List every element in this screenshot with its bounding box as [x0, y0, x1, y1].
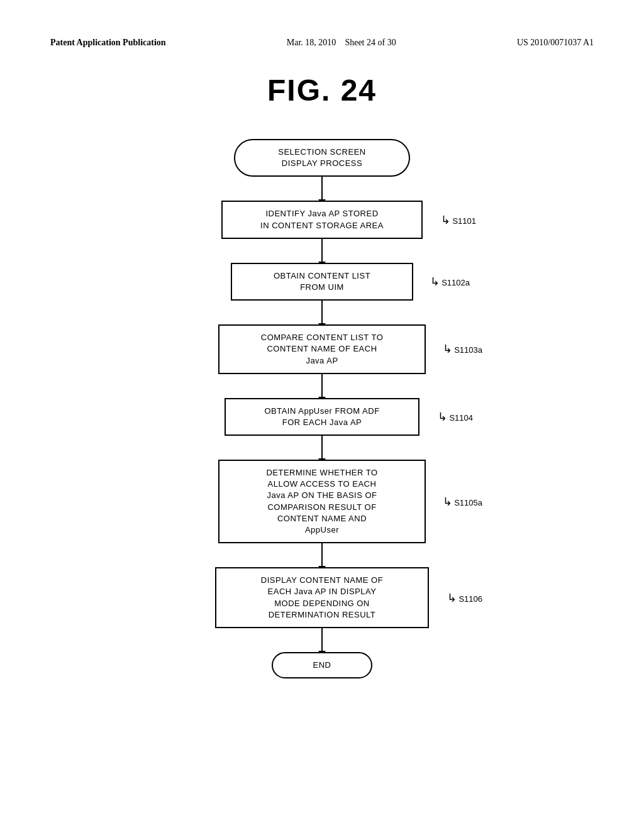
- flowchart: SELECTION SCREENDISPLAY PROCESS IDENTIFY…: [50, 139, 594, 678]
- flowchart-node-s1104: OBTAIN AppUser FROM ADFFOR EACH Java AP: [225, 398, 419, 436]
- step-label-s1106: ↳ S1106: [447, 591, 482, 605]
- arrow-6: [321, 543, 323, 567]
- page: Patent Application Publication Mar. 18, …: [0, 0, 644, 830]
- header-sheet: Sheet 24 of 30: [345, 38, 396, 47]
- node-row-s1106: DISPLAY CONTENT NAME OFEACH Java AP IN D…: [50, 567, 594, 628]
- flowchart-node-end: END: [272, 652, 372, 678]
- flowchart-node-s1105a: DETERMINE WHETHER TOALLOW ACCESS TO EACH…: [218, 460, 426, 543]
- node-row-s1102a: OBTAIN CONTENT LISTFROM UIM ↳ S1102a: [50, 263, 594, 301]
- node-content-s1104: OBTAIN AppUser FROM ADFFOR EACH Java AP …: [225, 398, 419, 436]
- step-label-s1104: ↳ S1104: [438, 410, 473, 424]
- step-label-s1101: ↳ S1101: [441, 213, 476, 227]
- node-content-s1105a: DETERMINE WHETHER TOALLOW ACCESS TO EACH…: [218, 460, 426, 543]
- arrow-1: [321, 177, 323, 201]
- flowchart-node-s1103a: COMPARE CONTENT LIST TOCONTENT NAME OF E…: [218, 324, 426, 374]
- flowchart-node-s1101: IDENTIFY Java AP STOREDIN CONTENT STORAG…: [221, 201, 423, 238]
- node-content-end: END: [272, 652, 372, 678]
- node-row-s1103a: COMPARE CONTENT LIST TOCONTENT NAME OF E…: [50, 324, 594, 374]
- figure-title: FIG. 24: [50, 73, 594, 108]
- node-row-start: SELECTION SCREENDISPLAY PROCESS: [50, 139, 594, 177]
- node-row-end: END: [50, 652, 594, 678]
- header-publication-label: Patent Application Publication: [50, 38, 166, 48]
- node-row-s1104: OBTAIN AppUser FROM ADFFOR EACH Java AP …: [50, 398, 594, 436]
- node-row-s1101: IDENTIFY Java AP STOREDIN CONTENT STORAG…: [50, 201, 594, 238]
- node-content-s1106: DISPLAY CONTENT NAME OFEACH Java AP IN D…: [215, 567, 429, 628]
- arrow-4: [321, 374, 323, 398]
- page-header: Patent Application Publication Mar. 18, …: [50, 38, 594, 48]
- step-label-s1105a: ↳ S1105a: [443, 495, 482, 509]
- arrow-3: [321, 301, 323, 324]
- header-date: Mar. 18, 2010: [287, 38, 336, 47]
- header-date-sheet: Mar. 18, 2010 Sheet 24 of 30: [287, 38, 396, 48]
- flowchart-node-s1106: DISPLAY CONTENT NAME OFEACH Java AP IN D…: [215, 567, 429, 628]
- arrow-5: [321, 436, 323, 460]
- node-content-s1102a: OBTAIN CONTENT LISTFROM UIM ↳ S1102a: [231, 263, 413, 301]
- flowchart-node-start: SELECTION SCREENDISPLAY PROCESS: [234, 139, 410, 177]
- flowchart-node-s1102a: OBTAIN CONTENT LISTFROM UIM: [231, 263, 413, 301]
- arrow-7: [321, 628, 323, 652]
- header-patent-number: US 2010/0071037 A1: [517, 38, 594, 48]
- node-content-start: SELECTION SCREENDISPLAY PROCESS: [234, 139, 410, 177]
- node-row-s1105a: DETERMINE WHETHER TOALLOW ACCESS TO EACH…: [50, 460, 594, 543]
- arrow-2: [321, 239, 323, 263]
- step-label-s1103a: ↳ S1103a: [443, 342, 482, 356]
- node-content-s1101: IDENTIFY Java AP STOREDIN CONTENT STORAG…: [221, 201, 423, 238]
- node-content-s1103a: COMPARE CONTENT LIST TOCONTENT NAME OF E…: [218, 324, 426, 374]
- step-label-s1102a: ↳ S1102a: [430, 275, 470, 289]
